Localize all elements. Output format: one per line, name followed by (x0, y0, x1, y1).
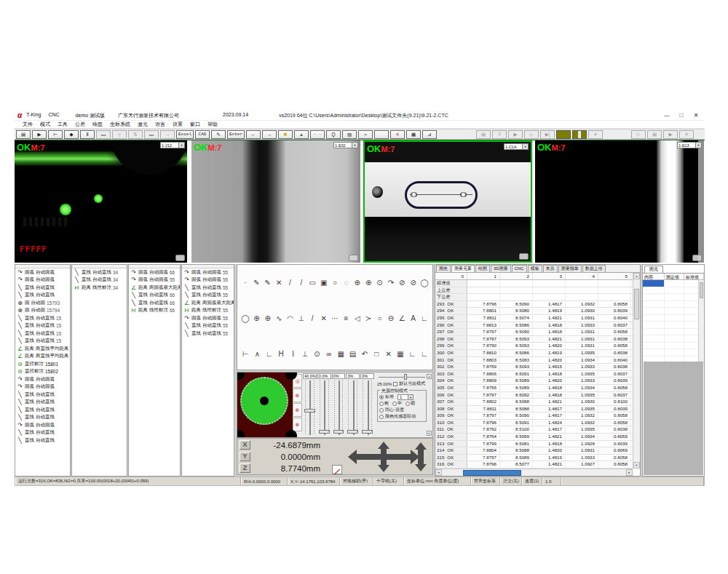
palette-tool-icon[interactable]: ▦ (336, 348, 346, 359)
measure-item[interactable]: ∠距离两圆弧最大距离 (129, 284, 180, 292)
palette-tool-icon[interactable]: ⊢ (240, 348, 250, 359)
tab-7[interactable]: 夹具 (543, 265, 558, 272)
radio-concentric[interactable] (379, 408, 384, 412)
pan-hand-icon[interactable] (519, 253, 529, 260)
save-2-button[interactable]: ▤ (476, 130, 491, 139)
play-to-end-button[interactable]: ▶| (540, 130, 555, 139)
measure-item[interactable]: ╲直线自动直线34 (72, 268, 127, 276)
light-slider[interactable]: 0% (360, 373, 374, 437)
palette-tool-icon[interactable]: ↶ (360, 348, 370, 359)
palette-tool-icon[interactable]: I (288, 348, 298, 359)
light-slider[interactable]: 0.0% (317, 373, 331, 437)
measure-item[interactable]: ╲直线自动直线15 (15, 314, 70, 322)
arrow-left-button[interactable]: ← (246, 130, 261, 139)
slider-track[interactable] (346, 380, 360, 435)
probe-button[interactable]: ◆ (64, 130, 79, 139)
disabled-4-button[interactable]: ▬ (144, 130, 159, 139)
stop-block-button[interactable] (556, 130, 571, 139)
scroll-thumb[interactable] (634, 289, 639, 319)
palette-tool-icon[interactable]: ∞ (324, 348, 334, 359)
palette-tool-icon[interactable]: ⊘ (408, 277, 419, 288)
palette-tool-icon[interactable]: · (240, 277, 250, 288)
measure-item[interactable]: ╲直线自动直线55 (182, 330, 234, 338)
element-row[interactable] (643, 335, 704, 343)
laser-cross-button[interactable]: ✳ (390, 130, 405, 139)
table-row[interactable]: 314OK7.88048.50881.48201.09310.80691.098… (435, 447, 634, 455)
draw-pen-button[interactable]: ✎ (211, 130, 226, 139)
chart-button[interactable]: ⊿ (422, 130, 437, 139)
measure-item[interactable]: ╲直线自动直线66 (129, 299, 180, 307)
measure-item[interactable]: ↷圆弧自动圆弧66 (129, 268, 180, 276)
palette-tool-icon[interactable]: H (276, 348, 286, 359)
palette-tool-icon[interactable]: ⊕ (363, 277, 373, 288)
measure-item[interactable]: ╲直线自动直线 (15, 429, 70, 437)
mode-dropdown[interactable]: 1▾ (397, 394, 414, 400)
camera-view-3-selected[interactable]: OKM:7 1-C1A▾ (363, 140, 532, 263)
radio-option[interactable]: 中 (392, 400, 402, 407)
palette-tool-icon[interactable]: ⊥ (300, 348, 310, 359)
measure-item[interactable]: ╲直线自动直线55 (182, 322, 234, 330)
palette-tool-icon[interactable]: ◯ (240, 313, 250, 324)
measure-item[interactable]: ⊖直径标注15801 (15, 360, 70, 368)
palette-tool-icon[interactable]: ≻ (363, 313, 373, 324)
slider-thumb[interactable] (304, 409, 315, 412)
measure-item[interactable]: ╲直线自动直线66 (129, 292, 180, 300)
measure-item[interactable]: ↷圆弧自动圆弧55 (182, 314, 234, 322)
element-row[interactable] (643, 315, 704, 322)
palette-tool-icon[interactable]: ✎ (251, 277, 261, 288)
palette-tool-icon[interactable]: ≡ (341, 313, 351, 324)
table-row[interactable]: 293OK7.87968.50901.48171.09320.80581.098… (435, 301, 634, 308)
grid-2-button[interactable]: ⠿ (492, 130, 507, 139)
palette-tool-icon[interactable]: ↷ (386, 277, 396, 288)
measure-item[interactable]: ⊕圆自动圆15794 (15, 307, 70, 315)
measure-item[interactable]: H距离线性标注66 (129, 307, 180, 315)
measure-item[interactable]: ↷圆弧自动圆弧 (15, 268, 70, 276)
tab-4[interactable]: 3D测量 (491, 265, 511, 272)
element-row[interactable] (643, 287, 704, 295)
measure-item[interactable]: ╲直线自动直线 (15, 391, 70, 399)
blank-button[interactable] (374, 130, 389, 139)
palette-tool-icon[interactable]: ○ (330, 277, 340, 288)
palette-tool-icon[interactable]: A (408, 313, 419, 324)
measure-item[interactable]: ╲直线自动直线 (15, 406, 70, 414)
table-row[interactable]: 302OK7.87598.50931.48151.09330.80381.098… (435, 364, 634, 371)
measure-item[interactable]: ╲直线自动直线 (15, 292, 70, 300)
back-light-button[interactable]: ⊗ (293, 418, 302, 431)
palette-tool-icon[interactable]: / (285, 277, 296, 288)
slider-thumb[interactable] (362, 430, 373, 434)
enter-button[interactable]: Enter (227, 130, 245, 139)
cad-export-button[interactable]: CAD (195, 130, 210, 139)
scroll-up-icon[interactable]: ▴ (633, 273, 640, 279)
slider-track[interactable] (303, 380, 317, 435)
measure-item[interactable]: ↷圆弧自动圆弧 (15, 276, 70, 284)
tab-element[interactable]: 图元 (644, 266, 663, 273)
vertical-scrollbar[interactable]: ▴ ▾ (633, 273, 640, 469)
palette-tool-icon[interactable]: ✎ (263, 277, 273, 288)
measure-item[interactable]: ╲直线自动直线 (15, 284, 70, 292)
palette-tool-icon[interactable]: ⊕ (263, 313, 273, 324)
table-row[interactable]: 306OK7.87978.50921.48181.09350.80371.098… (435, 392, 634, 399)
menu-item[interactable]: 绘图 (89, 121, 106, 128)
element-row[interactable] (643, 280, 704, 287)
measure-item[interactable]: ∠距离两直线平均距离 (15, 345, 70, 353)
jog-cross-arrows[interactable] (347, 440, 421, 474)
table-row[interactable]: 294OK7.88018.50801.48191.09300.80391.098… (435, 308, 634, 315)
palette-tool-icon[interactable]: ∟ (419, 313, 430, 324)
save-3-button[interactable]: ▤ (647, 130, 662, 139)
save-button[interactable]: ▤ (16, 130, 31, 139)
radio-color-sensor[interactable] (379, 415, 384, 419)
measure-item[interactable]: ∠距离两直线平均距离 (15, 353, 70, 361)
table-row[interactable]: 313OK7.87998.50811.48181.09280.80391.098… (435, 441, 634, 448)
column-tool-button[interactable]: Ⅱ (80, 130, 95, 139)
element-row[interactable] (643, 343, 704, 350)
palette-tool-icon[interactable]: ✕ (319, 313, 329, 324)
menu-item[interactable]: 工具 (54, 121, 71, 128)
palette-tool-icon[interactable]: ⊖ (386, 313, 396, 324)
measure-item[interactable]: ↷圆弧自动圆弧55 (182, 276, 234, 284)
table-row[interactable]: 296OK7.88138.50861.48181.09330.80371.098… (435, 322, 634, 330)
measure-item[interactable]: ↷圆弧自动圆弧 (15, 375, 70, 383)
measure-item[interactable]: ↷圆弧自动圆弧55 (129, 276, 180, 284)
maximize-button[interactable]: □ (676, 111, 687, 120)
palette-tool-icon[interactable]: ⊙ (375, 277, 385, 288)
table-row[interactable]: 304OK7.88098.50891.48201.09330.80391.098… (435, 378, 634, 385)
